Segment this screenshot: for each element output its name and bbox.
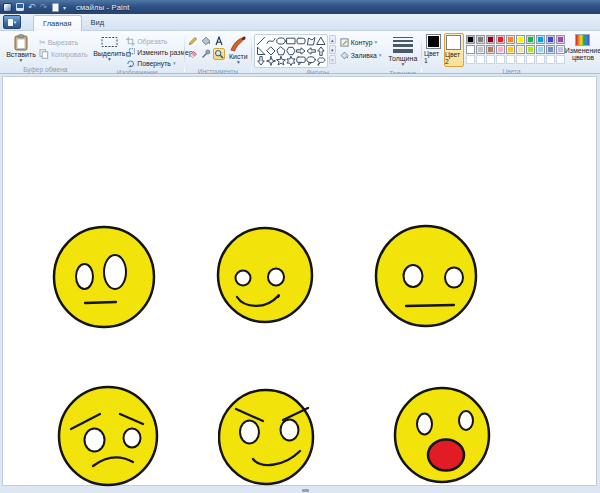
palette-swatch-empty[interactable] xyxy=(556,55,565,64)
size-button[interactable]: Толщина ▾ xyxy=(386,33,419,69)
palette-swatch-empty[interactable] xyxy=(466,55,475,64)
shape-rounded-rectangle-icon[interactable] xyxy=(296,36,306,46)
palette-swatch[interactable] xyxy=(486,45,495,54)
undo-icon[interactable]: ↶ xyxy=(27,3,36,12)
resize-icon xyxy=(126,48,135,57)
save-icon[interactable] xyxy=(16,3,24,11)
tools-grid xyxy=(187,35,225,60)
shape-star-4-icon[interactable] xyxy=(266,56,276,66)
palette-swatch-empty[interactable] xyxy=(476,55,485,64)
redo-icon[interactable]: ↷ xyxy=(39,3,48,12)
shape-pentagon-icon[interactable] xyxy=(276,46,286,56)
outline-button[interactable]: Контур ▾ xyxy=(340,37,382,47)
text-tool-icon[interactable] xyxy=(213,35,225,47)
resize-button[interactable]: Изменить размер xyxy=(126,47,192,57)
palette-swatch[interactable] xyxy=(496,35,505,44)
shape-arrow-right-icon[interactable] xyxy=(296,46,306,56)
smiley-bottom-center xyxy=(218,386,315,486)
palette-swatch[interactable] xyxy=(506,45,515,54)
canvas-resize-handle[interactable] xyxy=(302,489,309,492)
shapes-grid xyxy=(254,34,328,68)
palette-swatch-empty[interactable] xyxy=(536,55,545,64)
smiley-bottom-right xyxy=(393,384,491,485)
edit-colors-button[interactable]: Изменение цветов xyxy=(567,33,599,63)
paste-button[interactable]: Вставить ▾ xyxy=(3,33,39,65)
shape-arrow-up-icon[interactable] xyxy=(316,46,326,56)
shape-arrow-left-icon[interactable] xyxy=(306,46,316,56)
paint-logo-icon[interactable] xyxy=(3,3,12,12)
palette-swatch[interactable] xyxy=(556,45,565,54)
copy-button[interactable]: Копировать xyxy=(39,49,88,59)
new-document-icon[interactable] xyxy=(52,3,59,12)
tab-home[interactable]: Главная xyxy=(33,15,82,31)
brushes-button[interactable]: Кисти ▾ xyxy=(227,33,250,67)
color-picker-tool-icon[interactable] xyxy=(200,48,212,60)
shape-arrow-down-icon[interactable] xyxy=(256,56,266,66)
palette-swatch[interactable] xyxy=(476,35,485,44)
palette-swatch[interactable] xyxy=(546,35,555,44)
crop-icon xyxy=(126,37,135,46)
shape-star-5-icon[interactable] xyxy=(276,56,286,66)
palette-swatch[interactable] xyxy=(506,35,515,44)
shape-hexagon-icon[interactable] xyxy=(286,46,296,56)
shape-ellipse-icon[interactable] xyxy=(276,36,286,46)
palette-swatch[interactable] xyxy=(476,45,485,54)
color2-button[interactable]: Цвет 2 xyxy=(444,33,464,67)
crop-button[interactable]: Обрезать xyxy=(126,36,192,46)
pencil-tool-icon[interactable] xyxy=(187,35,199,47)
palette-swatch[interactable] xyxy=(466,35,475,44)
palette-swatch[interactable] xyxy=(546,45,555,54)
shape-callout-rounded-icon[interactable] xyxy=(296,56,306,66)
shape-curve-icon[interactable] xyxy=(266,36,276,46)
palette-swatch-empty[interactable] xyxy=(526,55,535,64)
palette-swatch-empty[interactable] xyxy=(546,55,555,64)
eraser-tool-icon[interactable] xyxy=(187,48,199,60)
palette-swatch[interactable] xyxy=(536,45,545,54)
shape-rectangle-icon[interactable] xyxy=(286,36,296,46)
shape-callout-oval-icon[interactable] xyxy=(306,56,316,66)
color1-swatch xyxy=(426,34,441,49)
palette-swatch[interactable] xyxy=(556,35,565,44)
file-menu-button[interactable]: ▾ xyxy=(3,15,21,29)
shapes-scroll-down-icon[interactable]: ▾ xyxy=(329,45,336,54)
palette-swatch[interactable] xyxy=(526,35,535,44)
palette-swatch[interactable] xyxy=(516,35,525,44)
fill-tool-icon[interactable] xyxy=(200,35,212,47)
shape-star-6-icon[interactable] xyxy=(286,56,296,66)
shape-line-icon[interactable] xyxy=(256,36,266,46)
quick-access-toolbar: ↶ ↷ ▾ xyxy=(3,3,66,12)
palette-swatch-empty[interactable] xyxy=(516,55,525,64)
line-thickness-icon xyxy=(393,37,413,53)
palette-swatch[interactable] xyxy=(466,45,475,54)
palette-swatch[interactable] xyxy=(496,45,505,54)
shape-right-triangle-icon[interactable] xyxy=(256,46,266,56)
cut-button[interactable]: ✂ Вырезать xyxy=(39,37,88,47)
color1-button[interactable]: Цвет 1 xyxy=(424,33,444,65)
shapes-scroll-up-icon[interactable]: ▴ xyxy=(329,35,336,44)
window-title: смайлы - Paint xyxy=(76,3,130,12)
shape-polygon-icon[interactable] xyxy=(306,36,316,46)
shape-diamond-icon[interactable] xyxy=(266,46,276,56)
customize-qat-dropdown-icon[interactable]: ▾ xyxy=(63,4,66,11)
shape-fill-button[interactable]: Заливка ▾ xyxy=(340,50,382,60)
group-image: Выделить ▾ Обрезать xyxy=(91,32,183,73)
paint-window: ↶ ↷ ▾ смайлы - Paint ▾ Главная Вид xyxy=(0,0,600,493)
shapes-more-icon[interactable]: ▿ xyxy=(329,55,336,64)
palette-swatch[interactable] xyxy=(516,45,525,54)
drawing-canvas[interactable] xyxy=(2,76,597,486)
palette-swatch-empty[interactable] xyxy=(486,55,495,64)
fill-bucket-icon xyxy=(340,51,349,60)
palette-swatch[interactable] xyxy=(526,45,535,54)
palette-swatch[interactable] xyxy=(486,35,495,44)
title-bar: ↶ ↷ ▾ смайлы - Paint xyxy=(0,0,600,14)
palette-swatch-empty[interactable] xyxy=(506,55,515,64)
rotate-button[interactable]: Повернуть ▾ xyxy=(126,58,192,68)
select-button[interactable]: Выделить ▾ xyxy=(92,33,126,64)
palette-swatch-empty[interactable] xyxy=(496,55,505,64)
shape-callout-cloud-icon[interactable] xyxy=(316,56,326,66)
tab-view[interactable]: Вид xyxy=(82,14,114,30)
shape-triangle-icon[interactable] xyxy=(316,36,326,46)
magnifier-tool-icon[interactable] xyxy=(213,48,225,60)
palette-swatch[interactable] xyxy=(536,35,545,44)
work-area xyxy=(0,74,600,493)
